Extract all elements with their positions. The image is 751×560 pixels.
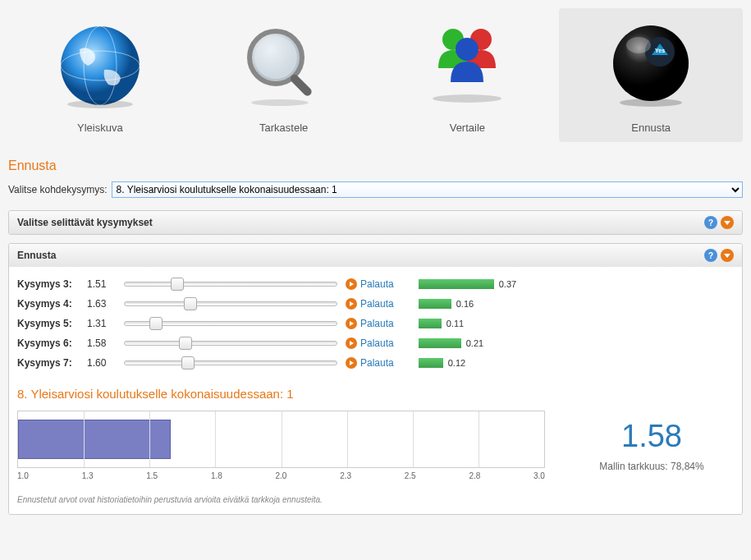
help-icon[interactable]: ? <box>704 216 717 229</box>
tab-vertaile[interactable]: Vertaile <box>376 8 560 142</box>
weight-bar: 0.16 <box>419 299 474 309</box>
collapse-icon[interactable] <box>721 216 734 229</box>
svg-point-5 <box>254 36 297 79</box>
question-value: 1.58 <box>87 337 116 349</box>
chart-tick: 2.0 <box>276 471 287 480</box>
chart-tick: 1.3 <box>82 471 94 480</box>
chart-tick: 1.0 <box>17 471 29 480</box>
question-value: 1.60 <box>87 357 116 369</box>
question-slider[interactable] <box>124 356 337 370</box>
collapse-icon[interactable] <box>721 249 734 262</box>
magnifier-icon <box>200 16 368 115</box>
reset-button[interactable]: Palauta <box>346 298 394 310</box>
panel-header[interactable]: Valitse selittävät kysymykset ? <box>9 211 742 234</box>
question-slider[interactable] <box>124 336 337 351</box>
svg-point-17 <box>620 99 682 107</box>
reset-label: Palauta <box>360 278 394 290</box>
globe-icon <box>16 16 184 115</box>
question-label: Kysymys 4: <box>17 298 79 310</box>
tab-label: Tarkastele <box>200 122 368 134</box>
panel-header[interactable]: Ennusta ? <box>9 244 742 267</box>
chart-tick: 2.3 <box>340 471 351 480</box>
panel-body: Kysymys 3:1.51Palauta0.37Kysymys 4:1.63P… <box>9 267 742 514</box>
question-value: 1.51 <box>87 278 116 290</box>
play-icon <box>346 278 357 290</box>
svg-point-11 <box>433 94 501 103</box>
result-accuracy: Mallin tarkkuus: 78,84% <box>570 461 734 472</box>
help-icon[interactable]: ? <box>704 249 717 262</box>
question-label: Kysymys 6: <box>17 337 79 349</box>
panel-explanatory: Valitse selittävät kysymykset ? <box>8 210 743 235</box>
play-icon <box>346 337 357 349</box>
weight-bar: 0.37 <box>419 279 516 289</box>
page-title: Ennusta <box>8 158 743 173</box>
play-icon <box>346 357 357 369</box>
main-tabs: Yleiskuva Tarkastele Vertaile <box>8 8 743 142</box>
chart-tick: 2.5 <box>405 471 416 480</box>
chart-tick: 2.8 <box>469 471 480 480</box>
question-row: Kysymys 6:1.58Palauta0.21 <box>17 336 734 351</box>
tab-label: Ennusta <box>567 122 735 134</box>
svg-point-7 <box>251 99 309 106</box>
question-slider[interactable] <box>124 316 337 331</box>
question-value: 1.63 <box>87 298 116 310</box>
reset-label: Palauta <box>360 318 394 329</box>
result-title: 8. Yleisarviosi koulutukselle kokonaisuu… <box>17 387 734 401</box>
tab-tarkastele[interactable]: Tarkastele <box>192 8 376 142</box>
select-label: Valitse kohdekysymys: <box>8 184 108 195</box>
people-icon <box>384 16 552 115</box>
tab-ennusta[interactable]: Yes Ennusta <box>559 8 743 142</box>
weight-bar: 0.21 <box>419 338 483 348</box>
panel-title: Valitse selittävät kysymykset <box>17 217 153 228</box>
chart-tick: 3.0 <box>533 471 545 480</box>
reset-label: Palauta <box>360 337 394 349</box>
chart-tick: 1.8 <box>211 471 222 480</box>
question-row: Kysymys 3:1.51Palauta0.37 <box>17 277 734 291</box>
play-icon <box>346 318 357 329</box>
svg-rect-6 <box>289 73 314 98</box>
svg-text:Yes: Yes <box>655 48 665 53</box>
reset-button[interactable]: Palauta <box>346 278 394 290</box>
reset-label: Palauta <box>360 357 394 369</box>
question-value: 1.31 <box>87 318 116 329</box>
question-slider[interactable] <box>124 296 337 311</box>
tab-label: Yleiskuva <box>16 122 184 134</box>
weight-bar: 0.11 <box>419 319 464 328</box>
question-label: Kysymys 7: <box>17 357 79 369</box>
reset-button[interactable]: Palauta <box>346 318 394 329</box>
eightball-icon: Yes <box>567 16 735 115</box>
svg-point-0 <box>61 26 140 105</box>
result-number: 1.58 <box>570 419 734 454</box>
panel-predict: Ennusta ? Kysymys 3:1.51Palauta0.37Kysym… <box>8 243 743 515</box>
question-row: Kysymys 5:1.31Palauta0.11 <box>17 316 734 331</box>
target-question-row: Valitse kohdekysymys: 8. Yleisarviosi ko… <box>8 181 743 198</box>
svg-point-10 <box>456 38 479 61</box>
question-label: Kysymys 5: <box>17 318 79 329</box>
target-question-select[interactable]: 8. Yleisarviosi koulutukselle kokonaisuu… <box>112 181 744 198</box>
chart-tick: 1.5 <box>146 471 158 480</box>
question-label: Kysymys 3: <box>17 278 79 290</box>
reset-button[interactable]: Palauta <box>346 337 394 349</box>
question-row: Kysymys 4:1.63Palauta0.16 <box>17 296 734 311</box>
reset-label: Palauta <box>360 298 394 310</box>
tab-label: Vertaile <box>384 122 552 134</box>
result-chart: 1.01.31.51.82.02.32.52.83.0 <box>17 411 545 480</box>
svg-point-3 <box>67 100 133 108</box>
disclaimer: Ennustetut arvot ovat historiatietoihin … <box>17 495 734 504</box>
question-row: Kysymys 7:1.60Palauta0.12 <box>17 356 734 370</box>
tab-yleiskuva[interactable]: Yleiskuva <box>8 8 192 142</box>
reset-button[interactable]: Palauta <box>346 357 394 369</box>
panel-title: Ennusta <box>17 250 56 261</box>
svg-point-16 <box>626 37 651 53</box>
weight-bar: 0.12 <box>419 358 465 368</box>
question-slider[interactable] <box>124 277 337 291</box>
play-icon <box>346 298 357 310</box>
